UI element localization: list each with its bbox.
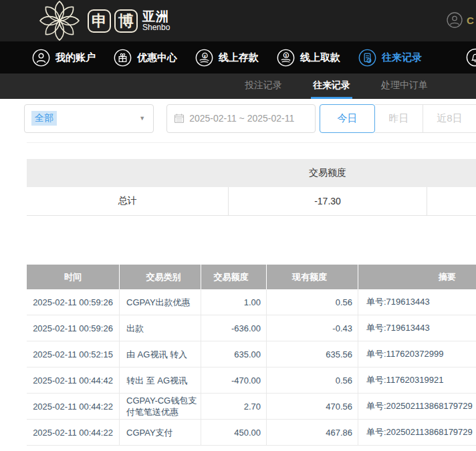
nav-item-my-account[interactable]: 我的账户 [32,49,96,67]
logo-wordmark: 亚洲 Shenbo [142,10,170,32]
summary-total-label: 总计 [27,195,228,207]
cell-amount: -636.00 [201,315,266,341]
cell-type: CGPAY支付 [119,420,201,445]
yesterday-button[interactable]: 昨日 [375,104,423,133]
cell-amount: 450.00 [201,420,266,445]
header-time: 时间 [27,265,119,289]
cell-summary: 单号:117620319921 [358,367,476,393]
header-amount: 交易额度 [201,265,266,289]
chevron-down-icon: ▼ [139,115,145,122]
cell-time: 2025-02-11 00:59:26 [27,315,119,341]
cell-balance: 0.56 [266,367,358,393]
quick-date-buttons: 今日 昨日 近8日 [320,104,476,133]
summary-header-amount: 交易额度 [228,167,427,179]
nav-label: 优惠中心 [137,51,177,64]
date-range-value: 2025-02-11 ~ 2025-02-11 [189,113,294,124]
tab-transaction-records[interactable]: 往来记录 [311,73,352,99]
header-balance: 现有额度 [266,265,358,289]
cell-summary: 单号:202502113868179729 [358,394,476,419]
nav-item-withdraw[interactable]: $ 线上取款 [277,49,340,67]
content: 全部 ▼ 2025-02-11 ~ 2025-02-11 今日 昨日 近8 [0,104,476,446]
header-type: 交易类别 [119,265,201,289]
cell-time: 2025-02-11 00:44:22 [27,420,119,445]
tab-bet-records[interactable]: 投注记录 [243,73,284,99]
cell-type: 由 AG视讯 转入 [119,341,201,367]
deposit-icon: ¥ [195,49,213,67]
cell-balance: 0.56 [266,289,358,315]
avatar-icon[interactable] [447,12,463,28]
cell-summary: 单号:117620372999 [358,341,476,367]
cell-amount: 635.00 [201,341,266,367]
nav-item-deposit[interactable]: ¥ 线上存款 [195,49,259,67]
header-summary: 摘要 [358,265,476,289]
table-row: 2025-02-11 00:44:22 CGPAY支付 450.00 467.8… [27,420,476,446]
date-range-input[interactable]: 2025-02-11 ~ 2025-02-11 [166,104,316,133]
flower-logo-icon [37,0,82,41]
last-8-days-button[interactable]: 近8日 [423,104,476,133]
withdraw-icon: $ [277,49,295,67]
table-row: 2025-02-11 00:44:22 CGPAY-CG钱包支付笔笔送优惠 2.… [27,394,476,420]
category-dropdown[interactable]: 全部 ▼ [24,104,154,133]
logo-en-text: Shenbo [142,23,170,32]
svg-text:$: $ [285,53,287,57]
cell-summary: 单号:202502113868179729 [358,420,476,445]
user-icon [32,49,50,67]
cell-balance: -0.43 [266,315,358,341]
cell-time: 2025-02-11 00:44:42 [27,367,119,393]
cell-balance: 470.56 [266,394,358,419]
calendar-icon [174,113,185,124]
summary-table: 交易额度 总计 -17.30 [27,159,476,216]
cell-time: 2025-02-11 00:44:22 [27,394,119,419]
page: 申 博 亚洲 Shenbo C 我的账户 [0,0,476,451]
cell-type: CGPAY出款优惠 [119,289,201,315]
cell-time: 2025-02-11 00:59:26 [27,289,119,315]
transactions-table: 时间 交易类别 交易额度 现有额度 摘要 2025-02-11 00:59:26… [27,265,476,446]
sub-tabbar: 投注记录 往来记录 处理中订单 [0,73,476,99]
cell-type: 转出 至 AG视讯 [119,367,201,393]
nav-item-transactions[interactable]: 往来记录 [358,49,422,67]
table-row: 2025-02-11 00:59:26 CGPAY出款优惠 1.00 0.56 … [27,289,476,315]
cell-summary: 单号:719613443 [358,289,476,315]
table-row: 2025-02-11 00:52:15 由 AG视讯 转入 635.00 635… [27,341,476,367]
nav-label: 线上存款 [219,51,259,64]
bell-icon[interactable] [466,48,476,67]
nav-label: 线上取款 [300,51,340,64]
cell-amount: -470.00 [201,367,266,393]
table-row: 2025-02-11 00:44:42 转出 至 AG视讯 -470.00 0.… [27,367,476,394]
brand-logo: 申 博 亚洲 Shenbo [37,0,170,41]
cell-balance: 635.56 [266,341,358,367]
logo-region-text: 亚洲 [142,10,170,23]
table-header-row: 时间 交易类别 交易额度 现有额度 摘要 [27,265,476,289]
nav-label: 往来记录 [382,51,422,64]
today-button[interactable]: 今日 [320,104,375,133]
cell-summary: 单号:719613443 [358,315,476,341]
summary-total-row: 总计 -17.30 [27,187,476,216]
cell-balance: 467.86 [266,420,358,445]
summary-total-value: -17.30 [228,187,427,216]
gift-icon [114,49,132,67]
nav-label: 我的账户 [55,51,96,64]
summary-header-row: 交易额度 [27,159,476,187]
records-icon [358,49,376,67]
cell-amount: 2.70 [201,394,266,419]
user-area: C [447,12,476,28]
main-nav: 我的账户 优惠中心 ¥ 线上存款 [0,41,476,73]
table-row: 2025-02-11 00:59:26 出款 -636.00 -0.43 单号:… [27,315,476,341]
nav-item-promotions[interactable]: 优惠中心 [114,49,177,67]
logo-char-bo: 博 [114,9,138,33]
username-partial[interactable]: C [467,15,476,26]
cell-amount: 1.00 [201,289,266,315]
cell-time: 2025-02-11 00:52:15 [27,341,119,367]
filter-bar: 全部 ▼ 2025-02-11 ~ 2025-02-11 今日 昨日 近8 [24,104,476,133]
tab-pending-orders[interactable]: 处理中订单 [379,73,430,99]
cell-type: CGPAY-CG钱包支付笔笔送优惠 [119,394,201,419]
logo-char-shen: 申 [88,9,111,33]
category-selected-value: 全部 [31,111,57,126]
cell-type: 出款 [119,315,201,341]
divider [27,142,476,143]
top-header: 申 博 亚洲 Shenbo C [0,0,476,41]
